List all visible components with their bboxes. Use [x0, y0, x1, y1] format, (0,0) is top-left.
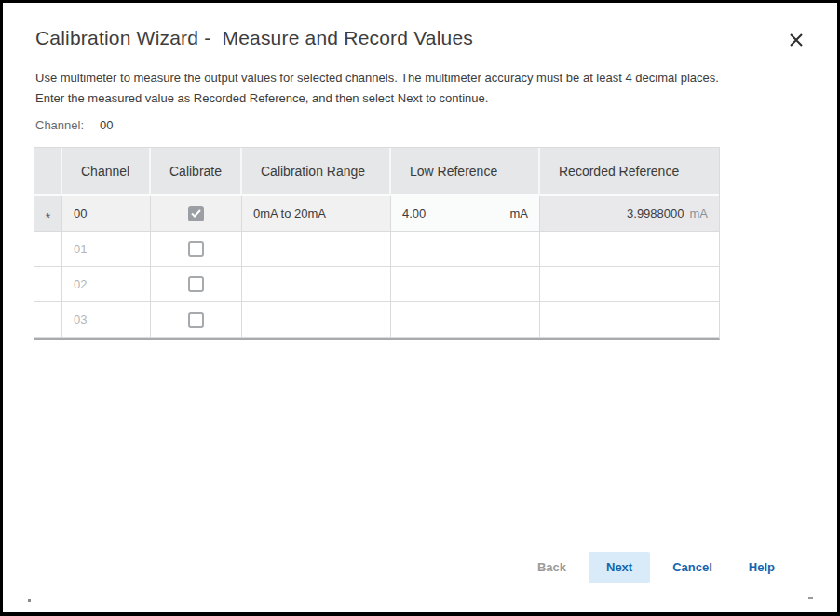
channel-indicator: Channel:00: [35, 118, 114, 132]
calibration-range-cell[interactable]: [242, 232, 391, 267]
screenshot-frame: Calibration Wizard - Measure and Record …: [0, 0, 840, 616]
recorded-reference-cell[interactable]: [540, 267, 719, 302]
row-indicator-cell: [34, 267, 62, 302]
next-button[interactable]: Next: [589, 552, 650, 583]
row-indicator-cell: [34, 232, 62, 267]
scan-artifact-dash: [808, 597, 813, 599]
scan-artifact-dot: [28, 599, 31, 602]
recorded-reference-value: 3.9988000: [627, 207, 684, 221]
title-bar: Calibration Wizard - Measure and Record …: [35, 27, 804, 49]
dialog-title: Calibration Wizard - Measure and Record …: [35, 27, 473, 49]
instructions: Use multimeter to measure the output val…: [35, 68, 719, 109]
calibration-table: Channel Calibrate Calibration Range Low …: [34, 147, 720, 340]
calibrate-cell: [151, 232, 242, 267]
channel-cell[interactable]: 00: [62, 196, 151, 232]
row-indicator-cell: [34, 302, 62, 338]
instructions-line-2: Enter the measured value as Recorded Ref…: [35, 88, 719, 109]
cancel-button[interactable]: Cancel: [658, 552, 726, 583]
calibrate-checkbox[interactable]: [188, 241, 204, 257]
low-reference-cell[interactable]: 4.00 mA: [391, 196, 540, 232]
dialog-buttons: Back Next Cancel Help: [523, 552, 789, 583]
header-low-reference: Low Reference: [391, 148, 540, 196]
header-row-indicator: [34, 148, 62, 196]
close-icon[interactable]: [789, 33, 804, 47]
back-button[interactable]: Back: [523, 552, 580, 583]
calibrate-cell: [151, 267, 242, 302]
calibration-wizard-dialog: Calibration Wizard - Measure and Record …: [3, 3, 837, 612]
low-reference-unit: mA: [510, 207, 529, 221]
help-button[interactable]: Help: [735, 552, 789, 583]
row-indicator-cell: *: [34, 196, 62, 232]
channel-cell[interactable]: 01: [62, 232, 151, 267]
calibration-range-cell[interactable]: [242, 302, 391, 338]
channel-cell[interactable]: 03: [62, 302, 151, 338]
header-calibrate: Calibrate: [151, 148, 242, 196]
calibrate-cell: [151, 196, 242, 232]
recorded-reference-unit: mA: [690, 207, 709, 221]
low-reference-cell[interactable]: [391, 302, 540, 338]
channel-value: 00: [100, 118, 113, 132]
instructions-line-1: Use multimeter to measure the output val…: [35, 68, 719, 88]
low-reference-cell[interactable]: [391, 232, 540, 267]
recorded-reference-cell[interactable]: [540, 232, 719, 267]
recorded-reference-cell[interactable]: [540, 302, 719, 338]
recorded-reference-input[interactable]: 3.9988000 mA: [540, 196, 719, 232]
calibrate-checkbox[interactable]: [188, 206, 204, 221]
calibrate-checkbox[interactable]: [188, 276, 204, 292]
header-channel: Channel: [62, 148, 151, 196]
channel-cell[interactable]: 02: [62, 267, 151, 302]
low-reference-cell[interactable]: [391, 267, 540, 302]
low-reference-value: 4.00: [402, 207, 426, 221]
channel-label: Channel:: [35, 118, 84, 132]
calibrate-checkbox[interactable]: [188, 312, 204, 328]
calibration-range-cell[interactable]: [242, 267, 391, 302]
calibration-range-cell[interactable]: 0mA to 20mA: [242, 196, 391, 232]
header-recorded-reference: Recorded Reference: [540, 148, 719, 196]
header-calibration-range: Calibration Range: [242, 148, 391, 196]
calibrate-cell: [151, 302, 242, 338]
